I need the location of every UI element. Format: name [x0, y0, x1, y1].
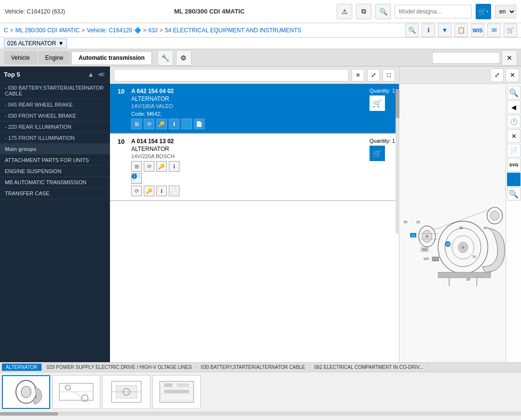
image-expand-btn[interactable]: ⤢	[490, 68, 504, 82]
sidebar-group-3[interactable]: TRANSFER CASE	[0, 188, 110, 199]
sidebar-nav-item-4[interactable]: - 175 FRONT ILLUMINATION	[0, 133, 110, 144]
group-dropdown[interactable]: 026 ALTERNATOR ▼	[4, 39, 67, 48]
tab-gear-icon[interactable]: ⚙	[176, 50, 192, 66]
parts-search-input[interactable]	[114, 69, 349, 81]
part-icon-d1[interactable]: 📄	[169, 186, 179, 196]
parts-window-icon[interactable]: □	[383, 69, 395, 81]
cart-add-icon[interactable]: 🛒+	[476, 4, 491, 19]
sidebar-group-2[interactable]: MB AUTOMATIC TRANSMISSION	[0, 177, 110, 188]
doc-view-btn[interactable]: 📄	[507, 144, 521, 157]
wis-icon-btn[interactable]: WIS	[471, 24, 484, 37]
sidebar-collapse-icon[interactable]: ▲	[86, 69, 95, 79]
tab-settings-icon[interactable]: 🔧	[158, 50, 173, 66]
breadcrumb-63j[interactable]: 63J	[149, 27, 158, 34]
tab-engine[interactable]: Engine	[38, 51, 70, 64]
part-item-0[interactable]: 10 A 642 154 04 02 ALTERNATOR 14V/180A V…	[110, 84, 399, 134]
blue-accent-btn[interactable]	[507, 173, 521, 186]
breadcrumb-model[interactable]: ML 280/300 CDI 4MATIC	[15, 27, 80, 34]
sidebar-group-1[interactable]: ENGINE SUSPENSION	[0, 166, 110, 177]
part-grid-icon[interactable]: ⊞	[131, 119, 142, 129]
horizontal-scrollbar-thumb[interactable]	[0, 412, 58, 416]
zoom-out-btn[interactable]: 🔍	[507, 187, 521, 201]
add-to-cart-1[interactable]: 🛒	[370, 146, 385, 161]
tab-auto-transmission[interactable]: Automatic transmission	[71, 51, 152, 64]
svg-text:200: 200	[422, 248, 427, 251]
info-icon-btn[interactable]: ℹ	[422, 24, 435, 37]
tab-bar: Vehicle Engine Automatic transmission 🔧 …	[0, 49, 521, 67]
breadcrumb-electrical[interactable]: 54 ELECTRICAL EQUIPMENT AND INSTRUMENTS	[165, 27, 302, 34]
part-item-1[interactable]: 10 A 014 154 13 02 ALTERNATOR 14V/220A B…	[110, 134, 399, 201]
sidebar-section-title: Main groups	[0, 144, 110, 155]
parts-list-icon[interactable]: ≡	[352, 69, 364, 81]
cart-icon-btn[interactable]: 🛒	[504, 24, 517, 37]
search-icon-btn[interactable]: 🔍	[375, 4, 391, 19]
part-doc-icon[interactable]: 📄	[194, 119, 205, 129]
part-refresh-icon[interactable]: ⟳	[144, 119, 154, 129]
tab-search-clear[interactable]: ✕	[502, 50, 517, 66]
bottom-tab-3[interactable]: 062 ELECTRICAL COMPARTMENT IN CO-DRIV...	[310, 364, 427, 371]
svg-rect-48	[164, 390, 189, 393]
part-key-icon[interactable]: 🔑	[156, 119, 167, 129]
bottom-tab-2[interactable]: 030 BATTERY,STARTER/ALTERNATOR CABLE	[197, 364, 310, 371]
doc-icon-btn[interactable]: 📋	[454, 24, 468, 37]
filter-icon-btn[interactable]: ▼	[438, 24, 452, 37]
bottom-tab-1[interactable]: 029 POWER SUPPLY ELECTRIC DRIVE / HIGH-V…	[43, 364, 196, 371]
thumb-0[interactable]	[2, 375, 50, 409]
breadcrumb-vehicle[interactable]: Vehicle: C164120 🔷	[87, 27, 141, 34]
zoom-in-btn[interactable]: 🔍	[507, 86, 521, 99]
horizontal-scrollbar[interactable]	[0, 412, 521, 416]
sidebar-nav-item-3[interactable]: - 220 REAR ILLUMINATION	[0, 122, 110, 133]
zoom-icon-btn[interactable]: 🔍	[405, 24, 419, 37]
breadcrumb-icons: 🔍 ℹ ▼ 📋 WIS ✉ 🛒	[405, 24, 517, 37]
qty-box-1: Quantity: 1 🛒	[370, 138, 395, 161]
part-info-icon[interactable]: ℹ	[169, 119, 179, 129]
part-pos-0: 10	[114, 88, 128, 95]
part-details-0: A 642 154 04 02 ALTERNATOR 14V/180A VALE…	[131, 88, 367, 129]
tab-search-input[interactable]	[432, 52, 500, 64]
image-close-btn[interactable]: ✕	[506, 68, 519, 82]
part-doc-badge-1[interactable]: 📄1	[131, 173, 142, 184]
thumb-2[interactable]	[102, 375, 151, 409]
tab-vehicle[interactable]: Vehicle	[4, 51, 37, 64]
model-search-input[interactable]	[395, 5, 472, 18]
close-overlay-btn[interactable]: ✕	[507, 129, 521, 143]
bottom-tab-0[interactable]: ALTERNATOR	[2, 364, 42, 371]
part-key-icon-1[interactable]: 🔑	[156, 161, 167, 172]
thumb-1[interactable]	[52, 375, 100, 409]
tab-extra-icons: 🔧 ⚙	[158, 50, 192, 66]
copy-icon[interactable]: ⧉	[356, 4, 371, 19]
top-bar-icons: ⚠ ⧉ 🔍 🛒+ en de fr	[337, 4, 516, 19]
sidebar-nav-item-2[interactable]: - 030 FRONT WHEEL BRAKE	[0, 110, 110, 122]
qty-box-0: Quantity: 1 🛒	[370, 88, 395, 111]
sidebar-close-icon[interactable]: ≪	[97, 69, 106, 79]
parts-scrollbar[interactable]	[396, 89, 399, 234]
part-icon-r1[interactable]: ⟳	[131, 186, 142, 196]
svg-text:10: 10	[446, 243, 450, 246]
parts-scrollbar-thumb[interactable]	[396, 89, 399, 118]
part-info-icon-1[interactable]: ℹ	[169, 161, 179, 172]
sidebar-nav-item-1[interactable]: - 045 REAR WHEEL BRAKE	[0, 99, 110, 110]
history-btn[interactable]: 🕐	[507, 115, 521, 128]
sidebar-header: Top 5 ▲ ≪	[0, 67, 110, 82]
thumb-3[interactable]	[152, 375, 201, 409]
part-icons-1: ⊞ ⟳ 🔑 ℹ	[131, 161, 367, 172]
part-grid-icon-1[interactable]: ⊞	[131, 161, 142, 172]
sidebar-title: Top 5	[4, 71, 20, 78]
part-refresh-icon-1[interactable]: ⟳	[144, 161, 154, 172]
mail-icon-btn[interactable]: ✉	[487, 24, 501, 37]
part-icon-i1[interactable]: ℹ	[156, 186, 167, 196]
svg-btn[interactable]: SVG	[507, 158, 521, 172]
part-globe-icon[interactable]: 🌐	[181, 119, 192, 129]
sidebar-group-0[interactable]: ATTACHMENT PARTS FOR UNITS	[0, 155, 110, 166]
back-btn[interactable]: ◀	[507, 100, 521, 114]
sidebar-nav-item-0[interactable]: - 030 BATTERY,STARTER/ALTERNATOR CABLE	[0, 82, 110, 99]
top-bar: Vehicle: C164120 (63J) ML 280/300 CDI 4M…	[0, 0, 521, 23]
part-icon-k1[interactable]: 🔑	[144, 186, 154, 196]
warning-icon[interactable]: ⚠	[337, 4, 352, 19]
breadcrumb-bar: C > ML 280/300 CDI 4MATIC > Vehicle: C16…	[0, 23, 521, 38]
breadcrumb-c[interactable]: C	[4, 27, 8, 34]
parts-expand-icon[interactable]: ⤢	[367, 69, 380, 81]
lang-select[interactable]: en de fr	[495, 5, 516, 18]
add-to-cart-0[interactable]: 🛒	[370, 95, 385, 111]
part-icons-0: ⊞ ⟳ 🔑 ℹ 🌐 📄	[131, 119, 367, 129]
